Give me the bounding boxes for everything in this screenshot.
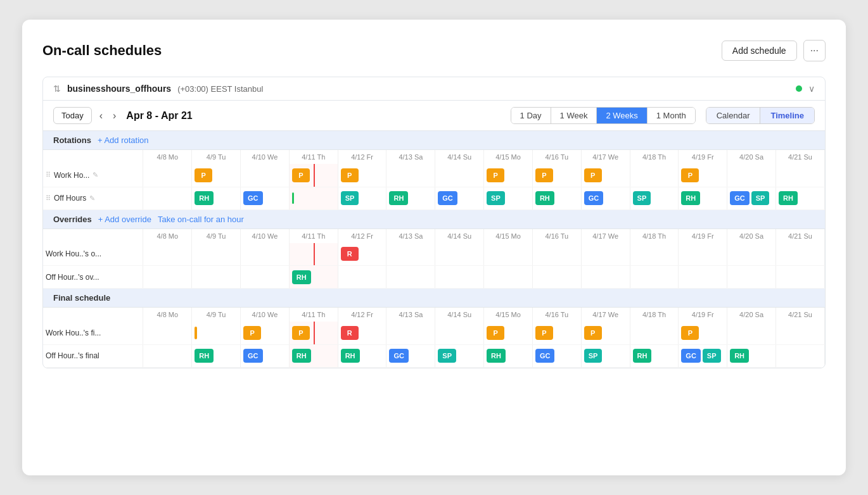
view-timeline[interactable]: Timeline xyxy=(760,108,814,123)
rotations-title: Rotations xyxy=(53,135,91,145)
today-button[interactable]: Today xyxy=(53,107,92,124)
event-chip-rh[interactable]: RH xyxy=(535,191,554,205)
ov-oh-414 xyxy=(435,266,484,289)
rot-wh-416: P xyxy=(532,164,581,187)
work-hours-row: ⠿ Work Ho... ✎ P P xyxy=(43,164,825,187)
event-chip-rh[interactable]: RH xyxy=(633,349,652,363)
rot-oh-419: RH xyxy=(679,187,727,210)
event-chip-p[interactable]: P xyxy=(584,168,602,182)
rot-oh-413: RH xyxy=(386,187,435,210)
overrides-header: Overrides + Add override Take on-call fo… xyxy=(43,210,825,229)
event-chip-p[interactable]: P xyxy=(535,168,553,182)
col-409: 4/9 Tu xyxy=(192,150,241,164)
view-1week[interactable]: 1 Week xyxy=(551,108,597,123)
final-grid: 4/8 Mo 4/9 Tu 4/10 We 4/11 Th 4/12 Fr 4/… xyxy=(43,308,825,368)
event-chip-gc[interactable]: GC xyxy=(730,191,750,205)
event-chip-rh[interactable]: RH xyxy=(292,349,311,363)
event-chip-p[interactable]: P xyxy=(535,326,553,340)
event-chip-p[interactable]: P xyxy=(487,326,504,340)
event-chip-gc[interactable]: GC xyxy=(243,191,263,205)
event-chip-sp[interactable]: SP xyxy=(584,349,603,363)
fin-col-418: 4/18 Th xyxy=(630,308,679,322)
add-schedule-button[interactable]: Add schedule xyxy=(722,41,797,61)
event-chip-sp[interactable]: SP xyxy=(438,349,456,363)
event-chip-sp[interactable]: SP xyxy=(633,191,651,205)
event-chip-p[interactable]: P xyxy=(681,168,699,182)
event-chip-r[interactable]: R xyxy=(341,326,359,340)
event-chip-p[interactable]: P xyxy=(195,168,212,182)
event-chip-rh[interactable]: RH xyxy=(487,349,506,363)
event-chip-rh[interactable]: RH xyxy=(681,191,700,205)
col-419: 4/19 Fr xyxy=(679,150,727,164)
event-chip-rh[interactable]: RH xyxy=(730,349,749,363)
fin-wh-420 xyxy=(727,322,776,344)
event-chip-p[interactable]: P xyxy=(243,326,261,340)
override-offhours-row: Off Hour..'s ov... RH xyxy=(43,266,825,289)
event-chip-sp[interactable]: SP xyxy=(751,191,770,205)
event-chip-gc[interactable]: GC xyxy=(438,191,457,205)
col-417: 4/17 We xyxy=(581,150,630,164)
fin-oh-408 xyxy=(143,344,192,367)
ov-col-419: 4/19 Fr xyxy=(679,229,727,243)
fin-wh-label: Work Hou..'s fi... xyxy=(43,322,143,344)
event-chip-p[interactable]: P xyxy=(584,326,602,340)
work-hours-label-cell: ⠿ Work Ho... ✎ xyxy=(43,164,143,187)
event-chip-rh[interactable]: RH xyxy=(341,349,360,363)
event-chip-rh[interactable]: RH xyxy=(195,349,214,363)
rotations-grid: 4/8 Mo 4/9 Tu 4/10 We 4/11 Th 4/12 Fr 4/… xyxy=(43,150,825,210)
event-chip-rh[interactable]: RH xyxy=(389,191,408,205)
view-2weeks[interactable]: 2 Weeks xyxy=(597,108,647,123)
add-rotation-button[interactable]: + Add rotation xyxy=(98,135,149,145)
event-chip-gc[interactable]: GC xyxy=(535,349,555,363)
rot-wh-417: P xyxy=(581,164,630,187)
event-chip-rh[interactable]: RH xyxy=(779,191,798,205)
event-chip-p[interactable]: P xyxy=(487,168,504,182)
col-418: 4/18 Th xyxy=(630,150,679,164)
final-wh-label: Work Hou..'s fi... xyxy=(46,329,101,337)
fin-oh-418: RH xyxy=(630,344,679,367)
prev-arrow[interactable]: ‹ xyxy=(97,109,105,123)
fin-col-413: 4/13 Sa xyxy=(386,308,435,322)
add-override-button[interactable]: + Add override xyxy=(98,215,151,224)
event-chip-sp[interactable]: SP xyxy=(341,191,359,205)
chevron-down-icon[interactable]: ∨ xyxy=(808,84,815,94)
ov-oh-410 xyxy=(241,266,290,289)
ov-wh-413 xyxy=(386,243,435,266)
view-1month[interactable]: 1 Month xyxy=(648,108,695,123)
next-arrow[interactable]: › xyxy=(110,109,118,123)
sort-icon: ⇅ xyxy=(53,84,61,94)
event-chip-sp[interactable]: SP xyxy=(487,191,505,205)
event-chip-gc[interactable]: GC xyxy=(389,349,409,363)
view-calendar[interactable]: Calendar xyxy=(706,108,761,123)
event-chip-p[interactable]: P xyxy=(341,168,359,182)
event-chip-rh[interactable]: RH xyxy=(195,191,214,205)
event-chip-p[interactable]: P xyxy=(292,326,310,340)
fin-wh-415: P xyxy=(484,322,533,344)
event-chip-sp[interactable]: SP xyxy=(703,349,721,363)
ov-col-418: 4/18 Th xyxy=(630,229,679,243)
rot-oh-408 xyxy=(143,187,192,210)
schedule-block: ⇅ businesshours_offhours (+03:00) EEST I… xyxy=(42,77,826,368)
rot-oh-414: GC xyxy=(435,187,484,210)
event-chip-rh[interactable]: RH xyxy=(292,270,311,284)
col-420: 4/20 Sa xyxy=(727,150,776,164)
take-oncall-button[interactable]: Take on-call for an hour xyxy=(158,215,244,224)
event-chip-p[interactable]: P xyxy=(681,326,699,340)
fin-oh-411: RH xyxy=(289,344,338,367)
date-range: Apr 8 - Apr 21 xyxy=(126,110,192,122)
overrides-table: 4/8 Mo 4/9 Tu 4/10 We 4/11 Th 4/12 Fr 4/… xyxy=(43,229,825,289)
more-options-button[interactable]: ··· xyxy=(803,40,826,61)
rot-oh-410: GC xyxy=(241,187,290,210)
edit-icon[interactable]: ✎ xyxy=(89,194,95,203)
event-chip-gc[interactable]: GC xyxy=(243,349,263,363)
col-412: 4/12 Fr xyxy=(338,150,386,164)
final-schedule-header: Final schedule xyxy=(43,289,825,308)
event-chip-p[interactable]: P xyxy=(292,168,310,182)
edit-icon[interactable]: ✎ xyxy=(93,171,98,179)
ov-oh-408 xyxy=(143,266,192,289)
event-chip-gc[interactable]: GC xyxy=(584,191,604,205)
view-1day[interactable]: 1 Day xyxy=(511,108,551,123)
event-chip-r[interactable]: R xyxy=(341,247,359,261)
fin-col-414: 4/14 Su xyxy=(435,308,484,322)
event-chip-gc[interactable]: GC xyxy=(681,349,701,363)
